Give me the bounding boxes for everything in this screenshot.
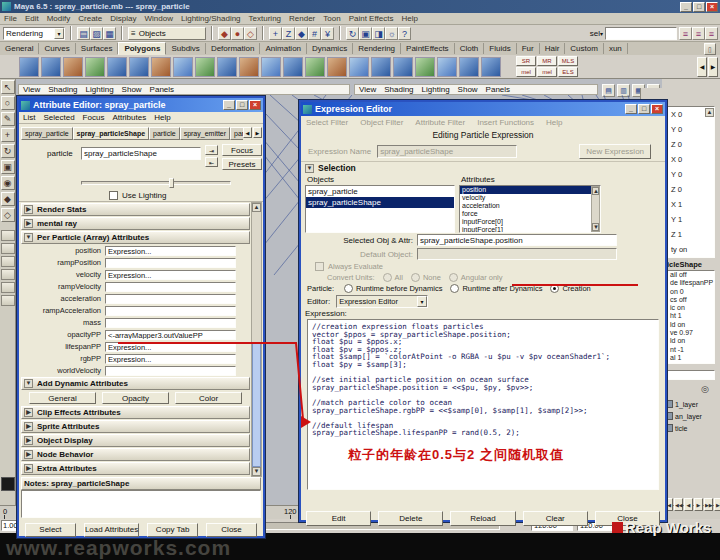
- make-live-icon[interactable]: ¥: [321, 27, 334, 40]
- ae-menu-item[interactable]: Selected: [43, 113, 74, 122]
- shelf-icon[interactable]: [129, 57, 149, 77]
- ee-menu-item[interactable]: Help: [546, 118, 562, 127]
- shelf-icon[interactable]: [459, 57, 479, 77]
- shelf-icon[interactable]: [481, 57, 501, 77]
- shelf-icon[interactable]: [173, 57, 193, 77]
- attribute-value-field[interactable]: Expression...: [105, 246, 236, 256]
- panel-menu-item[interactable]: View: [359, 85, 376, 94]
- attribute-value-field[interactable]: Expression...: [105, 270, 236, 280]
- layout-shortcut-button[interactable]: [1, 230, 15, 241]
- selection-mask-field[interactable]: ≡ Objects: [128, 27, 206, 40]
- snap-to-planes-icon[interactable]: #: [308, 27, 321, 40]
- panel-menu-item[interactable]: Lighting: [422, 85, 450, 94]
- ae-vertical-scrollbar[interactable]: ▲ ▼: [251, 202, 262, 477]
- save-scene-icon[interactable]: ▦: [103, 27, 116, 40]
- threshold-slider-handle[interactable]: [169, 178, 174, 188]
- attribute-editor-tab[interactable]: particleClo: [230, 127, 243, 140]
- select-by-object-icon[interactable]: ●: [231, 27, 244, 40]
- threshold-slider-groove[interactable]: [81, 181, 231, 185]
- shelf-icon[interactable]: [19, 57, 39, 77]
- attribute-editor-tab[interactable]: spray_particle: [21, 127, 73, 140]
- construction-history-icon[interactable]: ↻: [346, 27, 359, 40]
- ae-bottom-button[interactable]: Select: [25, 523, 76, 537]
- rotate-tool-icon[interactable]: ↻: [1, 144, 15, 158]
- panel-menu-item[interactable]: Show: [122, 85, 142, 94]
- attribute-editor-titlebar[interactable]: Attribute Editor: spray_particle _ □ ×: [19, 98, 263, 112]
- attribute-value-field[interactable]: [105, 294, 236, 304]
- shelf-icon[interactable]: [415, 57, 435, 77]
- layer-row[interactable]: 1_layer: [665, 398, 719, 410]
- notes-area[interactable]: [21, 490, 261, 518]
- expand-arrow-icon[interactable]: ▶: [24, 464, 33, 473]
- menu-item[interactable]: Paint Effects: [349, 14, 394, 23]
- use-lighting-checkbox[interactable]: [109, 191, 118, 200]
- convert-units-option[interactable]: None: [411, 273, 449, 282]
- radio-icon[interactable]: [450, 284, 459, 293]
- attribute-value-field[interactable]: [105, 282, 236, 292]
- ae-bottom-button[interactable]: Load Attributes: [84, 523, 139, 537]
- paint-selection-tool-icon[interactable]: ✎: [1, 112, 15, 126]
- collapse-arrow-icon[interactable]: ▼: [24, 379, 33, 388]
- shelf-tab[interactable]: Hair: [540, 43, 566, 54]
- shelf-icon[interactable]: [393, 57, 413, 77]
- selection-collapse-icon[interactable]: ▼: [305, 164, 314, 173]
- attribute-list-item[interactable]: position: [460, 186, 592, 194]
- attribute-editor-tab[interactable]: particle: [149, 127, 180, 140]
- shelf-tab[interactable]: Polygons: [118, 42, 166, 55]
- attribute-value-field[interactable]: [105, 366, 236, 376]
- ee-minimize-button[interactable]: _: [625, 104, 637, 114]
- shelf-icon[interactable]: [85, 57, 105, 77]
- channel-row[interactable]: X 1: [668, 197, 714, 212]
- object-list-item[interactable]: spray_particle: [306, 186, 454, 197]
- add-attribute-button[interactable]: Opacity: [102, 392, 169, 404]
- toggle-attribute-editor-icon[interactable]: ≡: [679, 27, 692, 40]
- channel-row[interactable]: ic on: [668, 304, 714, 312]
- expression-editor-window[interactable]: Expression Editor _ □ × Select FilterObj…: [299, 100, 667, 522]
- menuset-dropdown-arrow-icon[interactable]: ▾: [54, 28, 64, 39]
- main-close-button[interactable]: ×: [706, 2, 718, 12]
- expression-editor-titlebar[interactable]: Expression Editor _ □ ×: [301, 102, 665, 116]
- shelf-tab[interactable]: General: [0, 43, 39, 54]
- channel-row[interactable]: Y 0: [668, 167, 714, 182]
- new-scene-icon[interactable]: ▤: [77, 27, 90, 40]
- menu-item[interactable]: File: [4, 14, 17, 23]
- menu-item[interactable]: Create: [78, 14, 102, 23]
- focus-button[interactable]: Focus: [222, 144, 262, 156]
- shelf-tab[interactable]: Subdivs: [166, 43, 205, 54]
- render-globals-icon[interactable]: ☼: [385, 27, 398, 40]
- section-bar[interactable]: ▶ Clip Effects Attributes: [21, 406, 250, 419]
- last-tool-icon[interactable]: ◇: [1, 208, 15, 222]
- mel-shelf-button[interactable]: MR: [537, 56, 557, 66]
- menu-item[interactable]: Window: [145, 14, 173, 23]
- select-by-hierarchy-icon[interactable]: ◆: [218, 27, 231, 40]
- particle-mode-option[interactable]: Runtime before Dynamics: [344, 284, 450, 293]
- notes-header-bar[interactable]: Notes: spray_particleShape: [21, 477, 261, 490]
- objects-list[interactable]: spray_particlespray_particleShape: [305, 185, 455, 233]
- channel-row[interactable]: ail off: [668, 271, 714, 279]
- layout-shortcut-button[interactable]: [1, 243, 15, 254]
- layout-shortcut-button[interactable]: [1, 282, 15, 293]
- ee-menu-item[interactable]: Select Filter: [306, 118, 348, 127]
- lasso-tool-icon[interactable]: ○: [1, 96, 15, 110]
- main-maximize-button[interactable]: □: [693, 2, 705, 12]
- shelf-icon[interactable]: [217, 57, 237, 77]
- layout-shortcut-button[interactable]: [1, 256, 15, 267]
- channel-row[interactable]: Z 0: [668, 182, 714, 197]
- channel-row[interactable]: Z 1: [668, 227, 714, 242]
- channel-row[interactable]: Y 1: [668, 212, 714, 227]
- add-attribute-button[interactable]: Color: [175, 392, 242, 404]
- ee-bottom-button[interactable]: Clear: [523, 511, 588, 526]
- channel-row[interactable]: de lifespanPP o: [668, 279, 714, 287]
- tabs-scroll-left-icon[interactable]: ◀: [243, 127, 252, 138]
- convert-units-option[interactable]: Angular only: [449, 273, 511, 282]
- shelf-tab[interactable]: PaintEffects: [401, 43, 455, 54]
- expand-arrow-icon[interactable]: ▶: [24, 219, 33, 228]
- mel-shelf-button[interactable]: SR: [516, 56, 536, 66]
- radio-icon[interactable]: [383, 273, 392, 282]
- snap-to-points-icon[interactable]: ◆: [295, 27, 308, 40]
- shelf-trash-icon[interactable]: ▯: [704, 43, 716, 55]
- shelf-icon[interactable]: [195, 57, 215, 77]
- scale-tool-icon[interactable]: ▣: [1, 160, 15, 174]
- shelf-tab[interactable]: Fluids: [484, 43, 516, 54]
- attribute-list-item[interactable]: inputForce[1]: [460, 226, 592, 233]
